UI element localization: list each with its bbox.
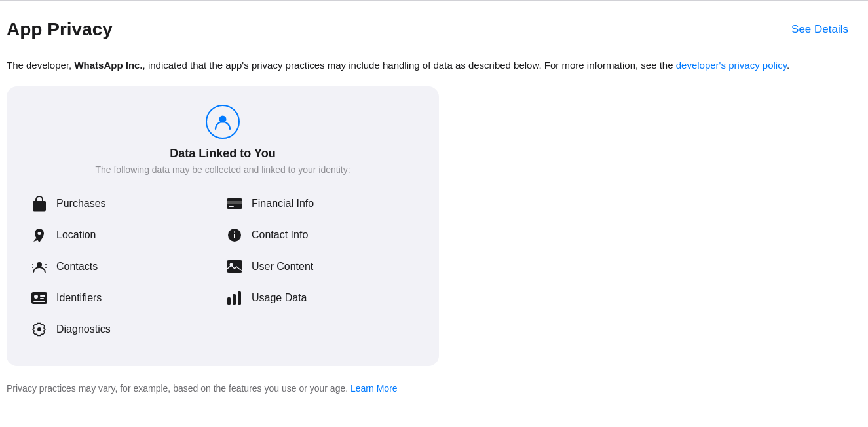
svg-rect-13: [227, 201, 242, 204]
list-item: Contacts: [28, 251, 223, 282]
svg-rect-16: [234, 234, 235, 238]
svg-rect-4: [32, 267, 33, 268]
list-item: Purchases: [28, 188, 223, 219]
contact-info-label: Contact Info: [252, 229, 308, 241]
user-icon: [213, 112, 233, 132]
financial-info-label: Financial Info: [252, 198, 314, 210]
svg-point-8: [34, 295, 38, 299]
creditcard-icon: [225, 195, 244, 213]
gear-icon: [30, 320, 48, 339]
image-icon: [225, 257, 244, 276]
description-before: The developer,: [7, 60, 74, 71]
card-header: Data Linked to You The following data ma…: [28, 105, 418, 175]
chart-icon: [225, 289, 244, 307]
diagnostics-label: Diagnostics: [56, 324, 111, 335]
usage-data-label: Usage Data: [252, 292, 307, 304]
info-icon: [225, 226, 244, 244]
card-title: Data Linked to You: [170, 147, 275, 160]
contacts-icon: [30, 257, 48, 276]
svg-rect-9: [40, 295, 45, 297]
svg-rect-22: [238, 291, 241, 305]
footer-text: Privacy practices may vary, for example,…: [7, 382, 848, 396]
svg-rect-21: [233, 294, 236, 305]
svg-rect-5: [45, 264, 47, 265]
svg-rect-10: [40, 298, 44, 299]
privacy-card: Data Linked to You The following data ma…: [7, 86, 439, 366]
page-title: App Privacy: [7, 19, 113, 40]
location-label: Location: [56, 229, 96, 241]
card-subtitle: The following data may be collected and …: [95, 164, 350, 175]
svg-rect-20: [227, 297, 231, 305]
id-card-icon: [30, 289, 48, 307]
list-item: Location: [28, 219, 223, 251]
svg-point-17: [234, 231, 235, 232]
location-icon: [30, 226, 48, 244]
list-item: Financial Info: [223, 188, 418, 219]
learn-more-link[interactable]: Learn More: [350, 383, 398, 394]
footer-text-content: Privacy practices may vary, for example,…: [7, 383, 348, 394]
svg-rect-14: [229, 206, 234, 207]
developer-name: WhatsApp Inc.: [74, 60, 142, 71]
privacy-policy-link[interactable]: developer's privacy policy: [676, 60, 787, 71]
list-item: Contact Info: [223, 219, 418, 251]
list-item: User Content: [223, 251, 418, 282]
data-grid: Purchases Location: [28, 188, 418, 345]
svg-rect-6: [45, 267, 47, 268]
bag-icon: [30, 195, 48, 213]
see-details-link[interactable]: See Details: [791, 23, 848, 36]
purchases-label: Purchases: [56, 198, 106, 210]
svg-point-2: [37, 262, 42, 267]
contacts-label: Contacts: [56, 261, 98, 272]
data-column-right: Financial Info Contact Info: [223, 188, 418, 345]
list-item: Usage Data: [223, 282, 418, 314]
svg-rect-3: [32, 264, 33, 265]
svg-rect-7: [31, 292, 47, 304]
list-item: Diagnostics: [28, 314, 223, 345]
data-column-left: Purchases Location: [28, 188, 223, 345]
list-item: Identifiers: [28, 282, 223, 314]
user-icon-circle: [206, 105, 240, 139]
description-text: The developer, WhatsApp Inc., indicated …: [7, 58, 848, 73]
description-after: , indicated that the app's privacy pract…: [143, 60, 673, 71]
user-content-label: User Content: [252, 261, 313, 272]
svg-rect-11: [33, 301, 45, 302]
identifiers-label: Identifiers: [56, 292, 102, 304]
